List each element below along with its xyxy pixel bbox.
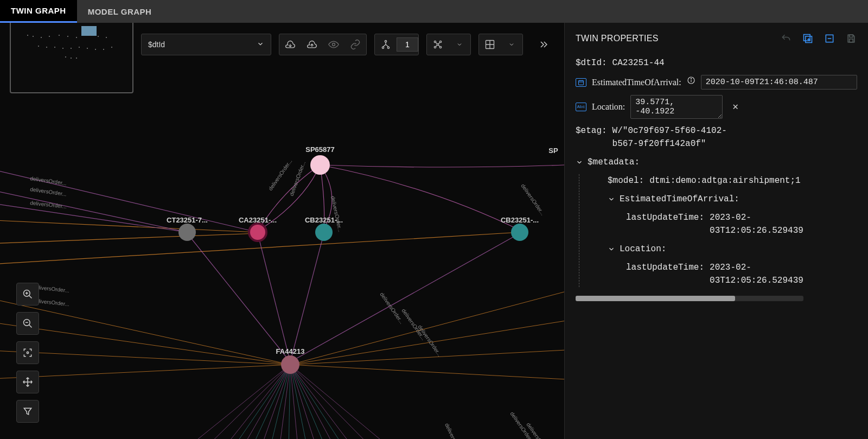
eye-icon[interactable]: [323, 34, 344, 55]
lut-value-1: 2023-02-03T12:05:26.529439: [710, 211, 840, 237]
svg-line-10: [0, 218, 258, 232]
svg-line-22: [290, 348, 564, 365]
chevron-down-icon: [257, 40, 264, 49]
string-type-icon: Abc: [576, 103, 586, 111]
chevron-down-icon[interactable]: [501, 34, 522, 55]
svg-text:deliversOrder...: deliversOrder...: [267, 158, 293, 192]
tab-bar: TWIN GRAPH MODEL GRAPH: [0, 0, 868, 23]
metadata-label: $metadata:: [588, 156, 640, 169]
svg-point-0: [333, 43, 335, 46]
graph-toolbar: $dtId: [10, 33, 554, 56]
svg-line-14: [0, 180, 187, 232]
eta-meta-label: EstimatedTimeOfArrival:: [620, 193, 739, 206]
collapse-all-icon[interactable]: [824, 33, 835, 44]
svg-line-33: [290, 365, 401, 439]
svg-text:SP: SP: [548, 147, 558, 155]
clear-icon[interactable]: ✕: [732, 100, 738, 114]
svg-rect-90: [850, 39, 853, 42]
svg-point-68: [315, 224, 333, 241]
node-sp65877[interactable]: SP65877: [305, 145, 335, 175]
svg-line-80: [29, 325, 32, 328]
network-icon[interactable]: [427, 34, 449, 55]
svg-line-19: [0, 365, 290, 381]
svg-line-24: [108, 365, 290, 439]
eta-meta-toggle[interactable]: EstimatedTimeOfArrival:: [608, 193, 739, 206]
metadata-toggle[interactable]: $metadata:: [576, 156, 640, 169]
info-icon[interactable]: [687, 76, 695, 89]
location-input[interactable]: 39.5771, -40.1922: [630, 95, 723, 119]
link-icon[interactable]: [344, 34, 366, 55]
svg-text:deliversOrder...: deliversOrder...: [379, 291, 405, 325]
svg-rect-89: [850, 35, 853, 37]
svg-line-17: [0, 316, 290, 365]
property-select[interactable]: $dtId: [141, 34, 271, 55]
eta-input[interactable]: [701, 75, 857, 90]
svg-text:CB23251-...: CB23251-...: [305, 216, 343, 224]
cloud-upload-icon[interactable]: [301, 34, 323, 55]
filter-icon[interactable]: [16, 400, 39, 423]
tab-twin-graph[interactable]: TWIN GRAPH: [0, 0, 77, 23]
svg-text:deliversOrder...: deliversOrder...: [444, 422, 465, 439]
svg-line-35: [290, 365, 467, 439]
loc-meta-toggle[interactable]: Location:: [608, 243, 666, 256]
grid-icon[interactable]: [479, 34, 501, 55]
save-icon[interactable]: [845, 33, 857, 44]
overflow-icon[interactable]: [533, 34, 554, 55]
undo-icon[interactable]: [780, 33, 792, 44]
svg-point-70: [511, 224, 528, 241]
node-fa44213[interactable]: FA44213: [276, 347, 305, 374]
cloud-download-icon[interactable]: [279, 34, 301, 55]
svg-line-34: [290, 365, 434, 439]
etag-label: $etag:: [576, 124, 607, 137]
minimap[interactable]: [10, 23, 133, 93]
svg-text:deliversOrder...: deliversOrder...: [30, 200, 67, 209]
lut-label-1: lastUpdateTime:: [626, 211, 704, 224]
svg-point-97: [691, 78, 691, 79]
svg-point-66: [249, 224, 266, 241]
fit-screen-icon[interactable]: [16, 341, 39, 364]
svg-point-7: [439, 46, 441, 48]
property-select-value: $dtId: [148, 40, 165, 49]
svg-point-3: [387, 47, 389, 48]
model-value: dtmi:demo:adtga:airshipment;1: [649, 174, 800, 187]
svg-line-37: [222, 365, 290, 439]
svg-line-44: [290, 233, 324, 362]
svg-text:deliversOrder...: deliversOrder...: [417, 324, 443, 358]
horizontal-scrollbar[interactable]: [576, 296, 803, 301]
svg-line-15: [0, 196, 187, 232]
svg-line-41: [290, 365, 353, 439]
svg-point-4: [434, 41, 436, 42]
node-sp-right[interactable]: SP: [548, 147, 558, 155]
node-cb23251-b[interactable]: CB23251-...: [501, 216, 539, 241]
hierarchy-icon[interactable]: [375, 34, 397, 55]
svg-line-42: [290, 365, 385, 439]
svg-line-18: [0, 348, 290, 365]
svg-point-64: [178, 224, 196, 241]
chevron-down-icon[interactable]: [449, 34, 470, 55]
svg-point-62: [310, 155, 330, 175]
svg-point-2: [382, 47, 384, 48]
svg-text:CA23251-...: CA23251-...: [239, 216, 277, 224]
dtid-label: $dtId:: [576, 56, 607, 69]
zoom-out-icon[interactable]: [16, 312, 39, 335]
svg-point-1: [385, 41, 386, 42]
add-property-icon[interactable]: [802, 33, 814, 44]
svg-line-46: [187, 233, 290, 362]
layout-group: [426, 34, 471, 55]
tab-model-graph[interactable]: MODEL GRAPH: [77, 0, 163, 23]
canvas-tools: [16, 283, 39, 423]
zoom-in-icon[interactable]: [16, 283, 39, 306]
graph-canvas[interactable]: $dtId: [0, 23, 564, 439]
svg-text:deliversOrder...: deliversOrder...: [30, 186, 67, 197]
svg-point-6: [434, 46, 436, 48]
node-ca23251[interactable]: CA23251-...: [239, 216, 277, 241]
lut-value-2: 2023-02-03T12:05:26.529439: [710, 261, 840, 287]
expand-level-input[interactable]: [397, 37, 418, 52]
svg-line-76: [29, 296, 32, 298]
svg-text:deliversOrder...: deliversOrder...: [520, 183, 546, 217]
svg-line-27: [206, 365, 290, 439]
twin-properties-panel: TWIN PROPERTIES $dtId: CA23251-44 Estima…: [564, 23, 868, 439]
etag-value: W/"0c79f697-5f60-4102-b567-9f20ff142a0f": [612, 124, 743, 150]
svg-point-82: [27, 352, 28, 353]
pan-icon[interactable]: [16, 371, 39, 393]
